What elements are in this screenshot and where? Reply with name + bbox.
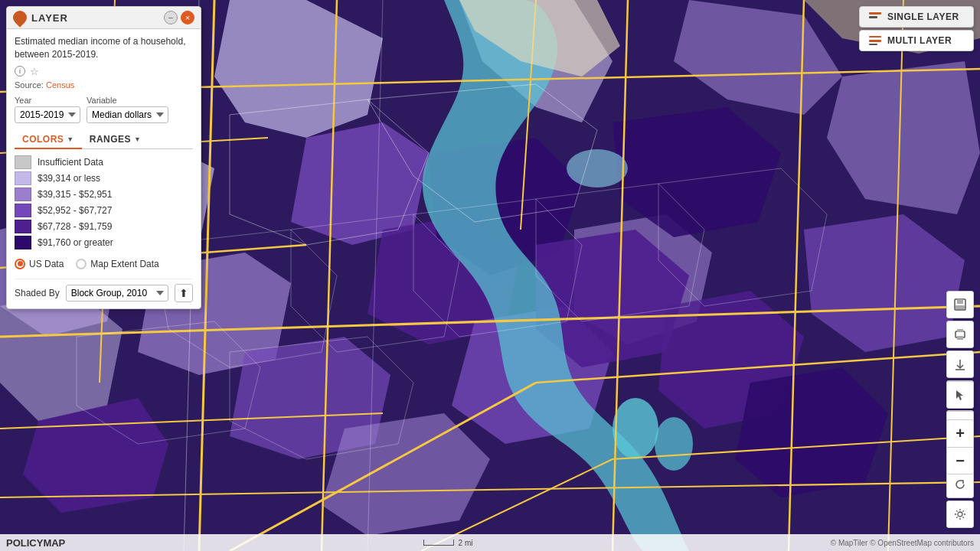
print-button[interactable] xyxy=(946,321,974,348)
colors-tab-arrow: ▼ xyxy=(67,135,74,143)
variable-label: Variable xyxy=(87,96,168,105)
legend-swatch xyxy=(15,171,31,185)
legend-item: $39,315 - $52,951 xyxy=(15,187,193,201)
multi-layer-line2 xyxy=(869,40,881,41)
multi-layer-icon xyxy=(869,36,881,45)
us-data-radio[interactable]: US Data xyxy=(15,259,64,269)
legend-swatch xyxy=(15,204,31,217)
refresh-button[interactable] xyxy=(946,471,974,498)
ranges-tab-arrow: ▼ xyxy=(134,135,141,143)
svg-point-23 xyxy=(612,398,658,459)
map-extent-radio[interactable]: Map Extent Data xyxy=(76,259,158,269)
multi-layer-line1 xyxy=(869,36,881,37)
legend-label: $52,952 - $67,727 xyxy=(38,205,112,216)
multi-layer-label: MULTI LAYER xyxy=(887,35,952,46)
panel-header: LAYER − × xyxy=(7,7,201,29)
year-selector-group: Year 2015-2019 xyxy=(15,96,80,123)
legend-swatch xyxy=(15,155,31,169)
close-button[interactable]: × xyxy=(181,11,194,24)
shaded-by-row: Shaded By Block Group, 2010 ⬆ xyxy=(15,279,193,302)
ranges-tab[interactable]: RANGES ▼ xyxy=(82,131,149,149)
save-map-button[interactable] xyxy=(946,291,974,318)
download-button[interactable] xyxy=(946,350,974,378)
panel-icons-row: i ☆ xyxy=(15,66,193,77)
variable-dropdown[interactable]: Median dollars xyxy=(87,106,168,123)
panel-body: Estimated median income of a household, … xyxy=(7,29,201,308)
layer-icon xyxy=(10,8,29,27)
scale-label: 2 mi xyxy=(459,539,473,547)
us-data-radio-inner xyxy=(18,261,23,266)
map-extent-radio-circle xyxy=(76,259,87,269)
shaded-by-label: Shaded By xyxy=(15,288,60,298)
legend-label: $91,760 or greater xyxy=(38,237,113,248)
policymap-logo: POLICYMAP xyxy=(6,537,65,549)
layer-panel: LAYER − × Estimated median income of a h… xyxy=(6,6,201,309)
scale-visual xyxy=(423,540,454,546)
zoom-controls: + − xyxy=(946,419,974,474)
single-layer-label: SINGLE LAYER xyxy=(887,11,959,22)
multi-layer-line3 xyxy=(869,44,877,45)
layer-switcher: SINGLE LAYER MULTI LAYER xyxy=(859,6,974,51)
single-layer-icon xyxy=(869,12,881,21)
svg-rect-50 xyxy=(957,329,963,332)
attribution: © MapTiler © OpenStreetMap contributors xyxy=(831,539,974,547)
layer-description: Estimated median income of a household, … xyxy=(15,35,193,61)
single-layer-line1 xyxy=(869,12,881,15)
svg-rect-47 xyxy=(957,299,963,304)
legend-item: $52,952 - $67,727 xyxy=(15,204,193,217)
scale-bar: 2 mi xyxy=(423,539,473,547)
shaded-by-dropdown[interactable]: Block Group, 2010 xyxy=(66,285,168,302)
svg-point-24 xyxy=(655,417,693,471)
legend-label: Insufficient Data xyxy=(38,157,103,168)
legend-item: $67,728 - $91,759 xyxy=(15,220,193,233)
year-dropdown[interactable]: 2015-2019 xyxy=(15,106,80,123)
zoom-in-button[interactable]: + xyxy=(946,419,974,447)
multi-layer-button[interactable]: MULTI LAYER xyxy=(859,30,974,51)
selectors-row: Year 2015-2019 Variable Median dollars xyxy=(15,96,193,123)
settings-button[interactable] xyxy=(946,500,974,528)
export-button[interactable]: ⬆ xyxy=(175,284,193,302)
source-row: Source: Census xyxy=(15,80,193,90)
source-label: Source: xyxy=(15,80,44,90)
zoom-out-button[interactable]: − xyxy=(946,447,974,474)
star-icon[interactable]: ☆ xyxy=(30,66,39,77)
panel-title: LAYER xyxy=(31,12,68,24)
year-label: Year xyxy=(15,96,80,105)
legend-item: $91,760 or greater xyxy=(15,236,193,249)
legend-label: $67,728 - $91,759 xyxy=(38,221,112,232)
colors-ranges-tabs: COLORS ▼ RANGES ▼ xyxy=(15,131,193,149)
svg-point-22 xyxy=(567,149,628,187)
legend-item: $39,314 or less xyxy=(15,171,193,185)
single-layer-button[interactable]: SINGLE LAYER xyxy=(859,6,974,28)
legend-label: $39,315 - $52,951 xyxy=(38,189,112,200)
variable-selector-group: Variable Median dollars xyxy=(87,96,168,123)
legend-swatch xyxy=(15,220,31,233)
svg-rect-51 xyxy=(957,336,963,340)
bottom-bar: POLICYMAP 2 mi © MapTiler © OpenStreetMa… xyxy=(0,534,980,551)
legend-label: $39,314 or less xyxy=(38,173,100,184)
cursor-button[interactable] xyxy=(946,381,974,409)
panel-header-controls: − × xyxy=(164,11,194,24)
panel-header-left: LAYER xyxy=(13,11,68,24)
legend-item: Insufficient Data xyxy=(15,155,193,169)
us-data-radio-circle xyxy=(15,259,25,269)
colors-tab[interactable]: COLORS ▼ xyxy=(15,131,82,149)
legend-swatch xyxy=(15,187,31,201)
us-data-label: US Data xyxy=(29,259,64,269)
svg-point-65 xyxy=(958,512,962,517)
data-extent-row: US Data Map Extent Data xyxy=(15,256,193,272)
single-layer-line2 xyxy=(869,16,877,18)
ranges-tab-label: RANGES xyxy=(90,134,131,145)
colors-tab-label: COLORS xyxy=(22,134,64,145)
source-link[interactable]: Census xyxy=(46,80,74,90)
minimize-button[interactable]: − xyxy=(164,11,178,24)
svg-rect-48 xyxy=(956,305,965,309)
legend-swatch xyxy=(15,236,31,249)
legend-list: Insufficient Data$39,314 or less$39,315 … xyxy=(15,155,193,249)
map-extent-label: Map Extent Data xyxy=(90,259,158,269)
info-icon[interactable]: i xyxy=(15,66,25,77)
